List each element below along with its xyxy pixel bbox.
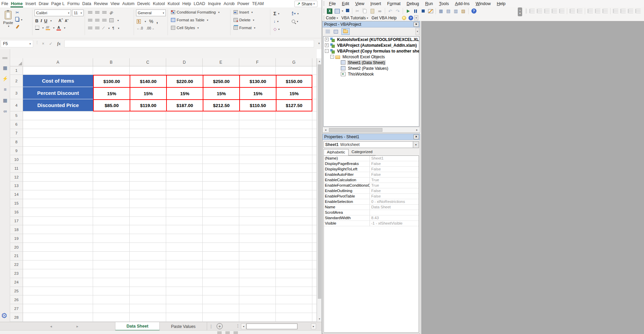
cell-F5[interactable] [239, 111, 276, 120]
cell-E13[interactable] [203, 182, 239, 190]
cut-icon[interactable] [354, 8, 361, 15]
tree-item-6[interactable]: ThisWorkbook [324, 71, 419, 77]
tab-alphabetic[interactable]: Alphabetic [324, 149, 349, 155]
cell-D23[interactable] [166, 269, 203, 278]
help-circle-icon[interactable]: ? [408, 16, 413, 20]
align-bottom-icon[interactable] [102, 11, 107, 14]
cell-G24[interactable] [276, 278, 312, 287]
cell-F17[interactable] [239, 217, 276, 226]
row-header-28[interactable]: 28 [10, 313, 23, 322]
cell-E25[interactable] [203, 287, 239, 296]
cell-A23[interactable] [23, 269, 93, 278]
properties-window-icon[interactable] [445, 8, 452, 15]
row-header-4[interactable]: 4 [10, 99, 23, 111]
toggle-bookmark-icon[interactable] [613, 9, 618, 13]
property-value[interactable] [370, 210, 419, 215]
cell-G28[interactable] [276, 313, 312, 322]
cell-B11[interactable] [93, 164, 130, 173]
cell-C13[interactable] [130, 182, 166, 190]
settings-gear-icon[interactable]: ⚙ [1, 312, 7, 320]
cell-F25[interactable] [239, 287, 276, 296]
vba-menu-help[interactable]: Help [494, 1, 509, 6]
collapse-icon[interactable]: - [325, 49, 329, 53]
cell-E23[interactable] [203, 269, 239, 278]
toolbar-overflow-button[interactable]: ▾ [414, 15, 418, 20]
row-header-5[interactable]: 5 [10, 111, 23, 120]
cell-E22[interactable] [203, 260, 239, 269]
row-header-3[interactable]: 3 [10, 87, 23, 99]
cell-G19[interactable] [276, 234, 312, 243]
cell-E8[interactable] [203, 138, 239, 147]
property-row-1[interactable]: DisplayPageBreaksFalse [324, 161, 419, 167]
cell-E21[interactable] [203, 252, 239, 260]
cell-G3[interactable]: 15% [276, 87, 312, 99]
cell-F22[interactable] [239, 260, 276, 269]
excel-menu-inquire[interactable]: Inquire [206, 0, 222, 7]
cell-G25[interactable] [276, 287, 312, 296]
cell-C23[interactable] [130, 269, 166, 278]
cell-B27[interactable] [93, 304, 130, 313]
fill-color-icon[interactable] [46, 26, 50, 30]
cell-C3[interactable]: 15% [130, 87, 166, 99]
project-horizontal-scrollbar[interactable]: ◂ ▸ [323, 127, 420, 132]
vba-menu-run[interactable]: Run [422, 1, 436, 6]
excel-menu-kutool[interactable]: Kutool [152, 0, 166, 7]
cell-C15[interactable] [130, 199, 166, 208]
help-icon[interactable] [470, 8, 477, 15]
cell-G23[interactable] [276, 269, 312, 278]
cell-D4[interactable]: $187.00 [166, 99, 203, 111]
clear-bookmarks-icon[interactable] [635, 9, 641, 13]
cell-E4[interactable]: $212.50 [203, 99, 239, 111]
parameter-info-icon[interactable] [552, 9, 557, 13]
column-header-A[interactable]: A [23, 58, 93, 66]
cell-A15[interactable] [23, 199, 93, 208]
excel-menu-formu[interactable]: Formu [66, 0, 81, 7]
quick-info-icon[interactable] [544, 9, 550, 13]
cell-F12[interactable] [239, 173, 276, 182]
cell-C22[interactable] [130, 260, 166, 269]
cell-B13[interactable] [93, 182, 130, 190]
cell-A9[interactable] [23, 147, 93, 155]
break-icon[interactable] [412, 8, 419, 15]
vertical-scroll-thumb[interactable] [318, 64, 321, 299]
cell-D24[interactable] [166, 278, 203, 287]
cell-D16[interactable] [166, 208, 203, 217]
cell-C28[interactable] [130, 313, 166, 322]
paste-button[interactable]: Paste ▾ [2, 9, 14, 38]
toolbar-overflow-button[interactable]: ▾ [416, 28, 419, 35]
list-properties-icon[interactable] [529, 9, 535, 13]
row-header-26[interactable]: 26 [10, 295, 23, 304]
cancel-button[interactable]: × [42, 41, 44, 46]
property-row-0[interactable]: (Name)Sheet1 [324, 156, 419, 161]
cell-C6[interactable] [130, 120, 166, 129]
close-icon[interactable]: × [414, 134, 419, 139]
cell-B10[interactable] [93, 155, 130, 164]
cell-E14[interactable] [203, 190, 239, 199]
format-as-table-button[interactable]: Format as Table▾ [171, 18, 208, 22]
cell-A27[interactable] [23, 304, 93, 313]
cell-A17[interactable] [23, 217, 93, 226]
property-row-9[interactable]: NameData Sheet [324, 205, 419, 210]
property-row-8[interactable]: EnableSelection0 - xlNoRestrictions [324, 199, 419, 205]
comma-style-icon[interactable]: , [156, 18, 158, 25]
align-middle-icon[interactable] [95, 11, 99, 14]
expand-formula-bar-icon[interactable]: ▾ [318, 42, 320, 45]
scroll-right-icon[interactable]: ▸ [311, 323, 316, 329]
cell-E28[interactable] [203, 313, 239, 322]
sheet-tab-data-sheet[interactable]: Data Sheet [115, 322, 160, 331]
orientation-icon[interactable]: ab [109, 10, 114, 16]
toolbar-grip-icon[interactable] [323, 16, 325, 20]
cell-C1[interactable] [130, 66, 166, 75]
cell-A16[interactable] [23, 208, 93, 217]
cell-D20[interactable] [166, 243, 203, 252]
cell-G7[interactable] [276, 129, 312, 138]
collapse-icon[interactable]: - [330, 55, 334, 59]
row-header-11[interactable]: 11 [10, 164, 23, 173]
cell-B26[interactable] [93, 295, 130, 304]
cell-A21[interactable] [23, 252, 93, 260]
cell-D28[interactable] [166, 313, 203, 322]
view-object-icon[interactable] [334, 8, 340, 15]
cell-B22[interactable] [93, 260, 130, 269]
cell-C27[interactable] [130, 304, 166, 313]
cell-E15[interactable] [203, 199, 239, 208]
